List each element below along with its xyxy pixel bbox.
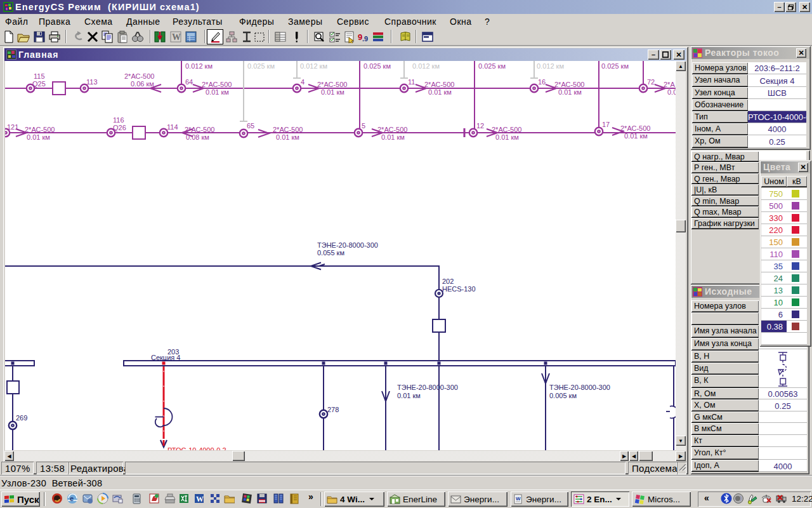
svg-text:116: 116 (113, 116, 124, 124)
svg-text:0.08 км: 0.08 км (186, 133, 209, 141)
svg-text:0.025 км: 0.025 км (478, 62, 506, 70)
svg-text:W: W (172, 32, 181, 42)
svg-text:113: 113 (86, 78, 98, 86)
svg-text:0.01 км: 0.01 км (276, 133, 299, 141)
svg-text:72: 72 (647, 78, 655, 86)
svg-text:2*АС-500: 2*АС-500 (25, 126, 55, 133)
svg-text:65: 65 (247, 122, 254, 130)
svg-text:115: 115 (34, 72, 45, 80)
svg-text:0.01 км: 0.01 км (206, 88, 229, 96)
svg-text:0.01 км: 0.01 км (428, 88, 452, 96)
svg-text:Q25: Q25 (32, 80, 46, 88)
svg-text:0.01 км: 0.01 км (624, 132, 648, 140)
svg-text:5: 5 (362, 122, 365, 130)
svg-text:2*АС-500: 2*АС-500 (492, 126, 521, 133)
svg-text:ТЭНЕ-20-8000-300: ТЭНЕ-20-8000-300 (549, 384, 610, 391)
svg-text:11: 11 (408, 78, 415, 86)
svg-text:0.01 км: 0.01 км (558, 88, 582, 96)
svg-text:2*АС-500: 2*АС-500 (620, 124, 650, 132)
svg-text:0.01 км: 0.01 км (495, 133, 519, 141)
svg-text:17: 17 (602, 121, 610, 128)
svg-text:4: 4 (301, 78, 304, 86)
svg-text:16: 16 (538, 78, 546, 86)
svg-text:0.012 км: 0.012 км (300, 62, 327, 70)
svg-text:64: 64 (185, 78, 193, 86)
svg-text:2*АС-500: 2*АС-500 (124, 72, 154, 80)
svg-text:0.025 км: 0.025 км (247, 62, 275, 70)
svg-text:0.01 км: 0.01 км (321, 88, 344, 96)
svg-text:0.01 км: 0.01 км (27, 133, 50, 141)
svg-text:e: e (70, 495, 74, 502)
svg-text:ТЭНЕ-20-8000-300: ТЭНЕ-20-8000-300 (317, 241, 378, 249)
svg-text:0.012 км: 0.012 км (185, 62, 213, 70)
svg-text:2*АС-500: 2*АС-500 (377, 126, 407, 133)
svg-text:РТОС-10-4000-0.2: РТОС-10-4000-0.2 (167, 446, 226, 450)
svg-text:0.01 км: 0.01 км (397, 392, 421, 399)
svg-text:0.005 км: 0.005 км (549, 392, 577, 399)
svg-text:.9: .9 (362, 35, 368, 43)
svg-text:W: W (516, 496, 521, 502)
svg-text:0.055 км: 0.055 км (317, 249, 344, 257)
svg-text:2*АС-500: 2*АС-500 (424, 81, 454, 88)
svg-text:0.06 км: 0.06 км (131, 80, 154, 88)
svg-text:278: 278 (327, 406, 339, 413)
svg-text:0.012 км: 0.012 км (537, 62, 564, 70)
svg-text:12: 12 (476, 122, 484, 130)
svg-text:114: 114 (167, 123, 178, 131)
svg-text:269: 269 (16, 414, 27, 422)
svg-text:2*АС-500: 2*АС-500 (202, 81, 232, 88)
svg-text:0.01 км: 0.01 км (381, 133, 405, 141)
svg-text:0.025 км: 0.025 км (601, 62, 629, 70)
svg-text:2*АС-500: 2*АС-500 (317, 81, 347, 88)
svg-text:0.012 км: 0.012 км (412, 62, 440, 70)
svg-text:121: 121 (7, 123, 18, 131)
svg-text:2*А: 2*А (664, 81, 675, 88)
svg-text:НЕСS-130: НЕСS-130 (442, 285, 476, 293)
svg-text:W: W (196, 495, 204, 504)
svg-text:Секция 4: Секция 4 (151, 354, 180, 361)
svg-text:202: 202 (442, 277, 454, 285)
svg-text:2*АС-500: 2*АС-500 (273, 126, 303, 133)
svg-text:0.0: 0.0 (667, 88, 676, 96)
svg-text:2*АС-500: 2*АС-500 (185, 126, 214, 133)
svg-text:0.025 км: 0.025 км (363, 62, 391, 70)
svg-text:Q26: Q26 (113, 124, 126, 131)
svg-text:ТЭНЕ-20-8000-300: ТЭНЕ-20-8000-300 (397, 384, 458, 391)
svg-text:2*АС-500: 2*АС-500 (554, 81, 584, 88)
